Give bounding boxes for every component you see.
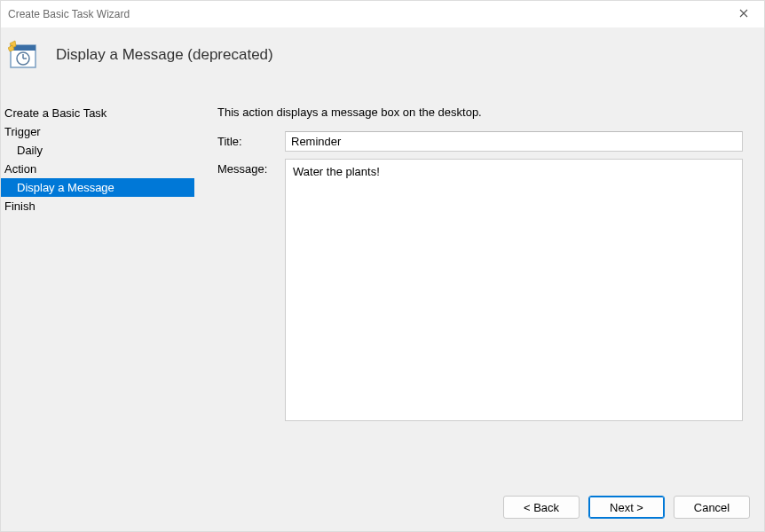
title-row: Title: xyxy=(217,131,743,152)
wizard-body: Create a Basic Task Trigger Daily Action… xyxy=(1,88,764,485)
back-button[interactable]: < Back xyxy=(503,496,580,519)
wizard-content: This action displays a message box on th… xyxy=(194,88,764,485)
close-icon xyxy=(739,8,748,20)
wizard-footer: < Back Next > Cancel xyxy=(1,485,764,531)
message-row: Message: xyxy=(217,159,743,421)
step-action[interactable]: Action xyxy=(1,160,194,178)
close-button[interactable] xyxy=(723,1,764,27)
step-trigger-daily[interactable]: Daily xyxy=(1,141,194,160)
wizard-icon xyxy=(8,40,38,70)
step-action-display-message[interactable]: Display a Message xyxy=(1,178,194,197)
window-title: Create Basic Task Wizard xyxy=(8,8,723,20)
next-button[interactable]: Next > xyxy=(588,496,665,519)
titlebar: Create Basic Task Wizard xyxy=(1,1,764,27)
wizard-steps: Create a Basic Task Trigger Daily Action… xyxy=(1,88,194,485)
step-finish[interactable]: Finish xyxy=(1,197,194,215)
page-title: Display a Message (deprecated) xyxy=(56,46,273,64)
message-textarea[interactable] xyxy=(285,159,743,421)
cancel-button[interactable]: Cancel xyxy=(674,496,750,519)
title-input[interactable] xyxy=(285,131,743,152)
message-label: Message: xyxy=(217,159,285,421)
action-description: This action displays a message box on th… xyxy=(217,106,743,119)
step-create-basic-task[interactable]: Create a Basic Task xyxy=(1,104,194,122)
title-label: Title: xyxy=(217,131,285,152)
step-trigger[interactable]: Trigger xyxy=(1,122,194,141)
wizard-window: Create Basic Task Wizard Display a Messa… xyxy=(0,0,765,532)
wizard-header: Display a Message (deprecated) xyxy=(1,27,764,88)
